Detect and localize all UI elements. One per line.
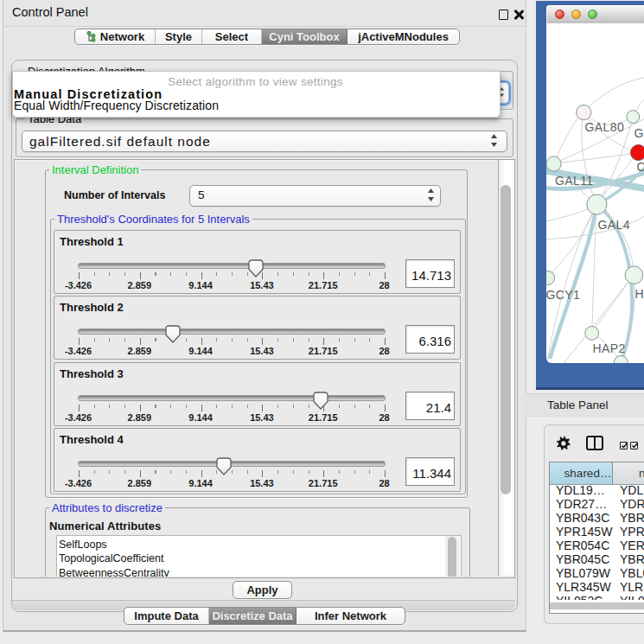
- svg-text:GCY1: GCY1: [546, 288, 580, 302]
- svg-text:HAP2: HAP2: [593, 341, 626, 355]
- svg-text:G.: G.: [634, 126, 644, 140]
- svg-text:GAL4: GAL4: [598, 218, 630, 232]
- svg-text:C: C: [637, 160, 644, 174]
- svg-text:GAL80: GAL80: [585, 120, 625, 134]
- svg-text:GAL11: GAL11: [555, 174, 594, 188]
- svg-text:H: H: [635, 287, 644, 301]
